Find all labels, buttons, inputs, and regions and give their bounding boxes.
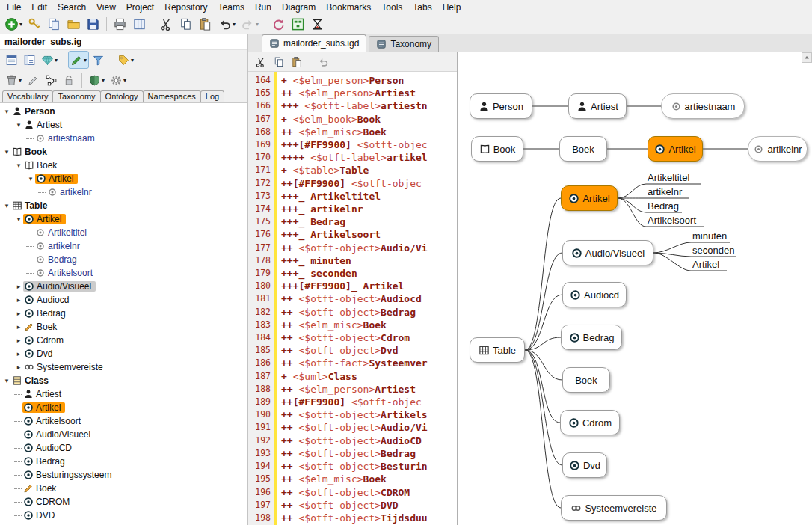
collapse-arrow-icon[interactable]: ▾ (26, 175, 35, 182)
diagram-node-table[interactable]: Table (470, 337, 525, 363)
code-line[interactable]: ++ <$elm_person>Artiest (281, 87, 457, 99)
code-line[interactable]: ++ <$otft-object>Bedrag (281, 447, 457, 460)
tree-item-boek[interactable]: ▾Boek (0, 159, 247, 172)
menu-search[interactable]: Search (52, 1, 91, 13)
diagram-node-boek-top[interactable]: Boek (559, 136, 607, 162)
code-line[interactable]: +++_ minuten (281, 254, 457, 267)
code-line[interactable]: ++ <$otft-object>Audiocd (281, 292, 457, 305)
tree-item-class[interactable]: ▾Class (0, 374, 247, 387)
code-line[interactable]: ++ <$otft-object>Audio/Vi (281, 421, 457, 434)
redo-button[interactable]: ▾ (239, 15, 261, 33)
tree-item-table[interactable]: ▾Table (0, 199, 247, 212)
tree-item-artikeltitel[interactable]: Artikeltitel (0, 226, 247, 239)
tree-item-systeemvereiste[interactable]: ▸Systeemvereiste (0, 360, 247, 374)
code-line[interactable]: ++ <$elm_misc>Boek (281, 319, 457, 331)
diagram-node-cdrom[interactable]: Cdrom (560, 410, 620, 435)
tree-item-dvd[interactable]: DVD (0, 509, 247, 522)
diagram-text-seconden[interactable]: seconden (692, 245, 734, 257)
code-line[interactable]: + <$elm_person>Person (281, 74, 457, 87)
code-line[interactable]: + <$table>Table (281, 164, 457, 176)
tree-item-cdrom[interactable]: ▸Cdrom (0, 334, 247, 347)
tree-item-bedrag[interactable]: Bedrag (0, 253, 247, 266)
expand-arrow-icon[interactable]: ▸ (14, 283, 23, 290)
diagram-panel[interactable]: PersonArtiestartiestnaamBookBoekArtikela… (458, 52, 812, 525)
diagram-text-bedrag[interactable]: Bedrag (648, 200, 679, 212)
tree-item-audiocd[interactable]: ▸Audiocd (0, 293, 247, 307)
diagram-node-book[interactable]: Book (471, 136, 523, 162)
tag-button[interactable]: ▾ (115, 51, 136, 69)
expand-arrow-icon[interactable]: ▸ (14, 296, 23, 304)
diagram-text-artikelnr[interactable]: artikelnr (648, 186, 682, 198)
project-tab-vocabulary[interactable]: Vocabulary (2, 90, 53, 102)
editor-cut-button[interactable] (253, 53, 269, 71)
scroll-up-arrow[interactable] (802, 52, 812, 63)
tree-item-artiest[interactable]: Artiest (0, 387, 247, 401)
project-tab-ontology[interactable]: Ontology (100, 90, 144, 102)
diagram-node-audio-visueel[interactable]: Audio/Visueel (562, 240, 653, 265)
project-tab-taxonomy[interactable]: Taxonomy (52, 90, 100, 102)
view-list-button[interactable] (21, 51, 38, 69)
diagram-node-person[interactable]: Person (470, 93, 532, 119)
collapse-arrow-icon[interactable]: ▾ (14, 121, 23, 129)
collapse-arrow-icon[interactable]: ▾ (14, 162, 23, 169)
code-line[interactable]: ++[#FF9900] <$otft-objec (281, 177, 457, 190)
editor-tab-mailorder-subs-igd[interactable]: mailorder_subs.igd (262, 34, 366, 52)
menu-bookmarks[interactable]: Bookmarks (321, 1, 376, 13)
code-line[interactable]: +++_ seconden (281, 267, 457, 280)
tree-item-artikelsoort[interactable]: Artikelsoort (0, 266, 247, 280)
expand-arrow-icon[interactable]: ▸ (14, 350, 23, 357)
code-line[interactable]: ++++ <$otft-label>artikel (281, 151, 457, 164)
tree-item-person[interactable]: ▾Person (0, 105, 247, 118)
menu-edit[interactable]: Edit (26, 1, 52, 13)
code-line[interactable]: ++ <$otft-object>DVD (281, 499, 457, 512)
code-line[interactable]: ++ <$otft-object>Bedrag (281, 306, 457, 319)
tree-item-dvd[interactable]: ▸Dvd (0, 347, 247, 360)
relation-button[interactable] (43, 71, 60, 89)
tree-item-bedrag[interactable]: ▸Bedrag (0, 307, 247, 320)
tree-item-audio-visueel[interactable]: Audio/Visueel (0, 428, 247, 441)
code-line[interactable]: ++ <$otft-fact>Systeemver (281, 357, 457, 369)
undo-button[interactable]: ▾ (215, 15, 238, 33)
diagram-text-artikelsoort[interactable]: Artikelsoort (648, 215, 696, 227)
expand-arrow-icon[interactable]: ▸ (14, 337, 23, 344)
editor-copy-button[interactable] (271, 53, 287, 71)
expand-arrow-icon[interactable]: ▸ (14, 323, 23, 331)
lock-button[interactable] (61, 71, 78, 89)
diagram-node-audiocd[interactable]: Audiocd (562, 282, 627, 307)
code-line[interactable]: +++_ Artikelsoort (281, 228, 457, 241)
tree-item-boek[interactable]: ▸Boek (0, 320, 247, 334)
view-form-button[interactable] (3, 51, 20, 69)
collapse-arrow-icon[interactable]: ▾ (2, 377, 11, 384)
code-line[interactable]: ++ <$otft-object>AudioCD (281, 435, 457, 447)
save-button[interactable] (84, 15, 102, 33)
tree-item-artiestnaam[interactable]: artiestnaam (0, 132, 247, 145)
open-button[interactable] (64, 15, 83, 33)
menu-repository[interactable]: Repository (159, 1, 212, 13)
diagram-node-bedrag[interactable]: Bedrag (561, 325, 622, 350)
diagram-text-minuten[interactable]: minuten (692, 230, 727, 242)
cut-button[interactable] (157, 15, 176, 33)
tree-item-audio-visueel[interactable]: ▸Audio/Visueel (0, 280, 247, 293)
code-line[interactable]: +++[#FF9900]_ Artikel (281, 280, 457, 292)
code-line[interactable]: ++ <$otft-object>Cdrom (281, 331, 457, 344)
code-line[interactable]: ++ <$otft-object>Dvd (281, 344, 457, 357)
tree-item-audiocd[interactable]: AudioCD (0, 441, 247, 455)
code-line[interactable]: ++ <$otft-object>Tijdsduu (281, 512, 457, 524)
menu-view[interactable]: View (91, 1, 121, 13)
collapse-arrow-icon[interactable]: ▾ (2, 108, 11, 115)
gem-button[interactable]: ▾ (39, 51, 60, 69)
code-line[interactable]: +++ <$otft-label>artiestn (281, 99, 457, 112)
code-line[interactable]: ++ <$elm_person>Artiest (281, 383, 457, 396)
print-button[interactable] (111, 15, 129, 33)
menu-tabs[interactable]: Tabs (407, 1, 437, 13)
diagram-node-artiestnaam[interactable]: artiestnaam (661, 93, 745, 119)
code-line[interactable]: ++ <$elm_misc>Boek (281, 473, 457, 485)
project-tab-log[interactable]: Log (200, 90, 224, 102)
tree-item-cdrom[interactable]: CDROM (0, 495, 247, 509)
duplicate-button[interactable] (45, 15, 64, 33)
tree-item-book[interactable]: ▾Book (0, 145, 247, 159)
page-layout-button[interactable] (130, 15, 149, 33)
diagram-node-systeemvereiste[interactable]: Systeemvereiste (561, 495, 667, 521)
timer-button[interactable] (308, 15, 327, 33)
code-line[interactable]: ++ <$elm_misc>Boek (281, 126, 457, 138)
